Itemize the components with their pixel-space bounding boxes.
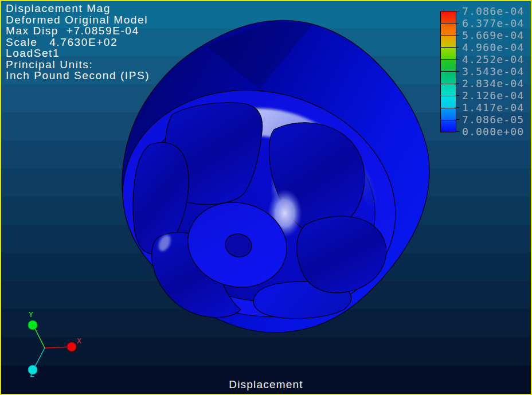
z-axis-ball [28, 365, 37, 374]
y-axis-label: Y [29, 310, 33, 319]
result-info: Displacement MagDeformed Original ModelM… [6, 3, 150, 81]
result-info-line: Inch Pound Second (IPS) [6, 70, 150, 81]
result-info-line: Scale 4.7630E+02 [6, 37, 150, 48]
result-info-line: Max Disp +7.0859E-04 [6, 25, 150, 37]
result-info-line: Principal Units: [6, 59, 150, 71]
y-axis-line [34, 326, 45, 348]
result-info-line: Displacement Mag [6, 3, 150, 14]
plot-title: Displacement [0, 378, 532, 391]
x-axis-line [45, 347, 71, 348]
x-axis-ball [67, 342, 76, 351]
y-axis-ball [28, 320, 37, 330]
result-info-line: Deformed Original Model [6, 14, 150, 26]
graphics-window: Displacement MagDeformed Original ModelM… [0, 0, 532, 395]
z-axis-line [34, 348, 45, 369]
result-info-line: LoadSet1 [6, 48, 150, 59]
x-axis-label: X [77, 337, 81, 345]
orientation-triad: Z Y X [17, 307, 92, 387]
